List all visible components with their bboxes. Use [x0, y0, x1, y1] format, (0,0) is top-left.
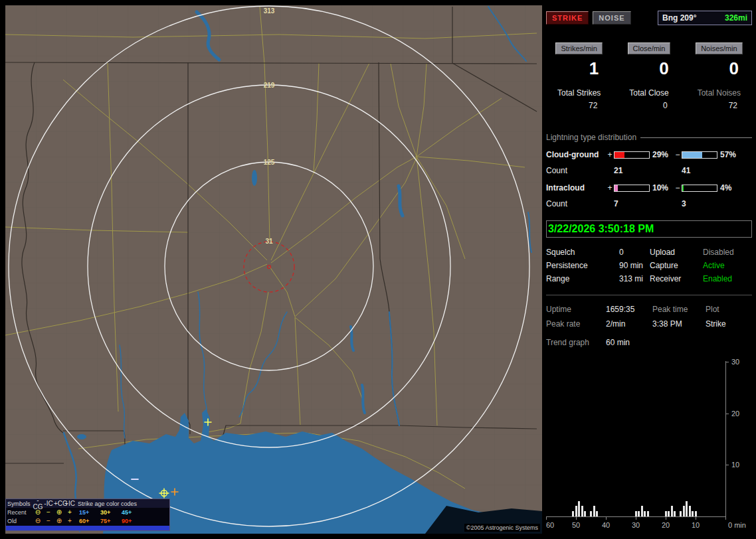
cg-positive-gauge [614, 151, 650, 159]
strike-mode-button[interactable]: STRIKE [546, 11, 589, 25]
status-panel: STRIKE NOISE Bng 209° 326mi Strikes/min … [546, 5, 752, 534]
receiver-status: Enabled [703, 274, 752, 283]
cg-negative-gauge [682, 151, 717, 159]
circle-minus-icon: ⊖ [33, 509, 43, 516]
noises-per-min-value: 0 [729, 58, 739, 79]
copyright-notice: ©2005 Astrogenic Systems [464, 524, 540, 532]
upload-label: Upload [650, 248, 703, 257]
trend-graph-period: 60 min [606, 338, 752, 347]
strikes-per-min-chip[interactable]: Strikes/min [555, 42, 602, 54]
x-tick-label: 60 [546, 521, 554, 529]
range-label-219: 219 [264, 82, 275, 89]
lightning-map[interactable]: 313 219 125 31 Symbols -CG [5, 5, 542, 534]
age-code-75: 75+ [96, 518, 118, 524]
upload-status: Disabled [703, 248, 752, 257]
bearing-readout: Bng 209° 326mi [658, 11, 752, 25]
bearing-distance: 326mi [725, 13, 747, 23]
cg-positive-count: 21 [614, 166, 682, 175]
x-tick [636, 517, 636, 520]
noises-per-min-chip[interactable]: Noises/min [696, 42, 742, 54]
lightning-distribution-section: Lightning type distribution Cloud-ground… [546, 133, 752, 208]
map-legend: Symbols -CG -IC +CG +IC Strike age color… [5, 499, 170, 531]
minus-sign: − [674, 183, 682, 193]
minus-icon: − [43, 518, 54, 524]
trend-bar [683, 506, 685, 516]
age-code-15: 15+ [75, 509, 96, 516]
legend-col-pos-ic: +IC [64, 501, 75, 507]
x-tick [606, 517, 607, 520]
close-per-min-chip[interactable]: Close/min [628, 42, 671, 54]
receiver-label: Receiver [650, 274, 703, 283]
legend-recent-row: Recent ⊖ − ⊕ + 15+ 30+ 45+ [6, 508, 169, 516]
cg-negative-count: 41 [682, 166, 752, 175]
trend-bar [581, 506, 583, 516]
trend-bar [578, 501, 580, 516]
legend-recent-label: Recent [7, 509, 33, 516]
distribution-header: Lightning type distribution [546, 133, 752, 142]
plus-icon: + [64, 518, 75, 524]
age-code-90: 90+ [118, 518, 139, 524]
total-strikes-value: 72 [589, 101, 597, 110]
ic-negative-gauge [682, 185, 717, 192]
circle-plus-icon: ⊕ [54, 509, 64, 516]
ic-positive-percent: 10% [650, 183, 674, 193]
peak-time-label: Peak time [652, 305, 706, 314]
ic-negative-gauge-fill [682, 185, 684, 191]
cloud-ground-label: Cloud-ground [546, 150, 606, 159]
x-tick [725, 517, 726, 520]
trend-bar [590, 511, 592, 516]
squelch-label: Squelch [546, 248, 619, 257]
trend-bar [665, 511, 667, 516]
trend-bar [641, 506, 643, 516]
persistence-value: 90 min [619, 261, 650, 270]
age-code-30: 30+ [96, 509, 118, 516]
x-tick [576, 517, 577, 520]
peak-time-value: 3:38 PM [652, 319, 706, 329]
squelch-row: Squelch 0 Upload Disabled [546, 246, 752, 259]
peak-rate-label: Peak rate [546, 319, 606, 329]
cg-negative-gauge-fill [682, 152, 702, 158]
trend-bar [695, 511, 697, 516]
datetime-display: 3/22/2026 3:50:18 PM [546, 220, 752, 238]
x-tick-label: 40 [602, 521, 610, 529]
trend-bar [686, 501, 688, 516]
ic-positive-gauge-fill [614, 185, 618, 191]
uptime-label: Uptime [546, 305, 606, 314]
cg-positive-gauge-fill [614, 152, 624, 158]
plus-sign: + [606, 183, 614, 193]
persistence-row: Persistence 90 min Capture Active [546, 259, 752, 272]
x-tick-label: 20 [662, 521, 670, 529]
total-strikes-label: Total Strikes [557, 88, 601, 98]
plus-icon: + [64, 509, 75, 516]
trend-bar [647, 511, 649, 516]
noise-mode-button[interactable]: NOISE [593, 11, 630, 25]
peak-rate-value: 2/min [606, 319, 652, 329]
legend-old-label: Old [7, 518, 33, 524]
trend-bar [596, 511, 598, 516]
y-tick-label: 10 [731, 461, 739, 469]
legend-header-row: Symbols -CG -IC +CG +IC Strike age color… [6, 499, 169, 508]
total-noises-label: Total Noises [698, 88, 741, 98]
cg-negative-percent: 57% [717, 150, 741, 159]
total-noises-value: 72 [729, 101, 737, 110]
rates-section: Strikes/min 1 Total Strikes 72 Close/min… [546, 42, 752, 110]
capture-label: Capture [650, 261, 703, 270]
circle-minus-icon: ⊖ [33, 518, 43, 524]
plus-sign: + [606, 150, 614, 159]
bearing-label: Bng 209° [662, 13, 696, 23]
capture-status: Active [703, 261, 752, 270]
ic-positive-gauge [614, 185, 650, 192]
peak-rate-row: Peak rate 2/min 3:38 PM Strike [546, 317, 752, 331]
trend-bar [635, 511, 637, 516]
y-tick [726, 414, 729, 414]
intracloud-label: Intracloud [546, 183, 606, 193]
squelch-value: 0 [619, 248, 650, 257]
y-tick [726, 465, 729, 465]
range-label-125: 125 [264, 159, 275, 166]
legend-col-pos-cg: +CG [54, 501, 64, 507]
uptime-value: 1659:35 [606, 305, 652, 314]
noises-column: Noises/min 0 Total Noises 72 [686, 42, 752, 110]
distribution-title: Lightning type distribution [546, 133, 636, 142]
trend-chart: 1020306050403020100 min [546, 358, 752, 531]
trend-bar [644, 511, 646, 516]
